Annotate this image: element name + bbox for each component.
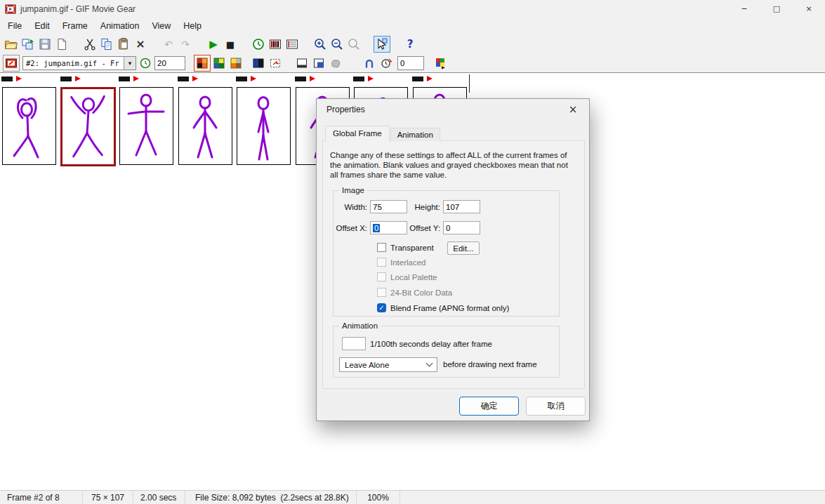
stop-icon: ■: [226, 40, 235, 49]
loop-clock-icon: [380, 57, 392, 69]
tab-panel: Change any of these settings to affect A…: [322, 140, 585, 389]
palette-export-button[interactable]: [433, 55, 449, 72]
close-button[interactable]: ×: [793, 0, 825, 18]
paste-button[interactable]: [115, 36, 132, 53]
delete-icon: ×: [136, 39, 145, 50]
play-marker-icon: [310, 76, 315, 81]
preview-timing-button[interactable]: [250, 36, 267, 53]
frame-strip-button[interactable]: [284, 36, 301, 53]
offset-y-input[interactable]: [443, 221, 480, 234]
delay-clock-icon: [139, 57, 152, 69]
play-marker-icon: [192, 76, 198, 81]
palette-edit-icon: [230, 57, 242, 69]
height-input[interactable]: [443, 200, 480, 213]
delay-unit-label: 1/100th seconds delay after frame: [370, 340, 524, 348]
zoom-actual-button[interactable]: [345, 36, 362, 53]
gray-strip-icon: [285, 37, 299, 51]
tab-animation[interactable]: Animation: [390, 128, 440, 141]
help-button[interactable]: ?: [402, 36, 418, 53]
timing-strip-button[interactable]: [267, 36, 284, 53]
palette-frame-button[interactable]: [211, 55, 227, 72]
strip-divider: [469, 74, 470, 93]
save-button[interactable]: [37, 36, 53, 53]
transparency-solid-button[interactable]: [250, 55, 267, 72]
play-icon: ▶: [209, 39, 218, 50]
redo-button[interactable]: ↷: [177, 36, 194, 53]
menu-item-frame[interactable]: Frame: [56, 18, 94, 34]
play-marker-icon: [251, 76, 256, 81]
loop-count-input[interactable]: [397, 56, 424, 70]
minimize-button[interactable]: −: [728, 0, 760, 18]
offset-x-input[interactable]: 0: [370, 221, 407, 234]
cancel-button[interactable]: 取消: [526, 397, 586, 416]
ok-button[interactable]: 确定: [459, 397, 519, 416]
maximize-button[interactable]: □: [760, 0, 793, 18]
color-data-checkbox: [377, 288, 386, 297]
help-icon: ?: [407, 39, 414, 50]
disposal-select[interactable]: Leave Alone: [339, 357, 437, 372]
new-button[interactable]: [53, 36, 70, 53]
frame-selector-combo[interactable]: #2: jumpanim.gif - Fr ▾: [22, 56, 136, 70]
dialog-delay-input[interactable]: [342, 337, 366, 350]
toolbar-main: × ↶ ↷ ▶ ■: [0, 34, 430, 54]
zoom-in-button[interactable]: [312, 36, 329, 53]
menu-item-view[interactable]: View: [145, 18, 177, 34]
combo-arrow-icon[interactable]: ▾: [124, 57, 136, 69]
interlaced-checkbox: [377, 258, 386, 267]
blend-frame-checkbox[interactable]: ✓: [377, 303, 386, 312]
transparency-region-icon: [269, 57, 282, 69]
frame-fill-button[interactable]: [310, 55, 327, 72]
image-group-label: Image: [339, 186, 367, 194]
play-button[interactable]: ▶: [205, 36, 222, 53]
offset-x-selected-value: 0: [373, 224, 380, 232]
transparency-region-button[interactable]: [267, 55, 284, 72]
transparent-label: Transparent: [390, 244, 434, 252]
delete-button[interactable]: ×: [132, 36, 149, 53]
menu-item-file[interactable]: File: [1, 18, 28, 34]
timing-bar: [178, 77, 189, 81]
copy-button[interactable]: [98, 36, 115, 53]
open-folder-icon: [4, 37, 18, 51]
menu-item-help[interactable]: Help: [177, 18, 208, 34]
titlebar: jumpanim.gif - GIF Movie Gear − □ ×: [0, 0, 825, 18]
palette-edit-button[interactable]: [227, 55, 244, 72]
edit-button[interactable]: Edit...: [447, 241, 480, 255]
frame-thumbnail-5[interactable]: [237, 87, 291, 165]
palette-export-icon: [435, 57, 447, 69]
floppy-icon: [38, 37, 52, 51]
dialog-close-button[interactable]: ×: [562, 102, 583, 117]
menu-item-edit[interactable]: Edit: [28, 18, 56, 34]
optimize-button[interactable]: [361, 55, 378, 72]
timing-slot: [235, 73, 293, 87]
transparent-checkbox[interactable]: [377, 243, 386, 252]
tab-global-frame[interactable]: Global Frame: [325, 126, 390, 141]
frame-number-button[interactable]: [293, 55, 310, 72]
select-tool-button[interactable]: [374, 36, 390, 53]
frame-delay-input[interactable]: [154, 56, 185, 70]
loop-count-button[interactable]: [378, 55, 395, 72]
menu-item-animation[interactable]: Animation: [94, 18, 146, 34]
extract-frames-button[interactable]: [20, 36, 37, 53]
timing-strip: [0, 73, 491, 87]
zoom-out-button[interactable]: [329, 36, 345, 53]
undo-button[interactable]: ↶: [160, 36, 177, 53]
frame-thumbnail-3[interactable]: [119, 87, 173, 165]
stop-button[interactable]: ■: [222, 36, 239, 53]
palette-global-button[interactable]: [194, 55, 211, 72]
frame-thumbnail-4[interactable]: [178, 87, 232, 165]
cut-button[interactable]: [81, 36, 98, 53]
frame-thumbnail-1[interactable]: [2, 87, 56, 165]
extract-frames-icon: [21, 37, 35, 51]
animation-groupbox: Animation 1/100th seconds delay after fr…: [333, 326, 560, 378]
mask-button[interactable]: [327, 55, 344, 72]
frame-edit-button[interactable]: [3, 55, 20, 72]
scissors-icon: [83, 37, 97, 51]
width-input[interactable]: [370, 200, 407, 213]
statusbar: Frame #2 of 8 75 × 107 2.00 secs File Si…: [0, 490, 825, 504]
frame-thumbnail-2-selected[interactable]: [60, 87, 116, 166]
palette-frame-icon: [213, 57, 225, 69]
stick-figure: [3, 88, 55, 164]
undo-icon: ↶: [164, 39, 173, 49]
open-button[interactable]: [3, 36, 20, 53]
window-controls: − □ ×: [728, 0, 825, 18]
